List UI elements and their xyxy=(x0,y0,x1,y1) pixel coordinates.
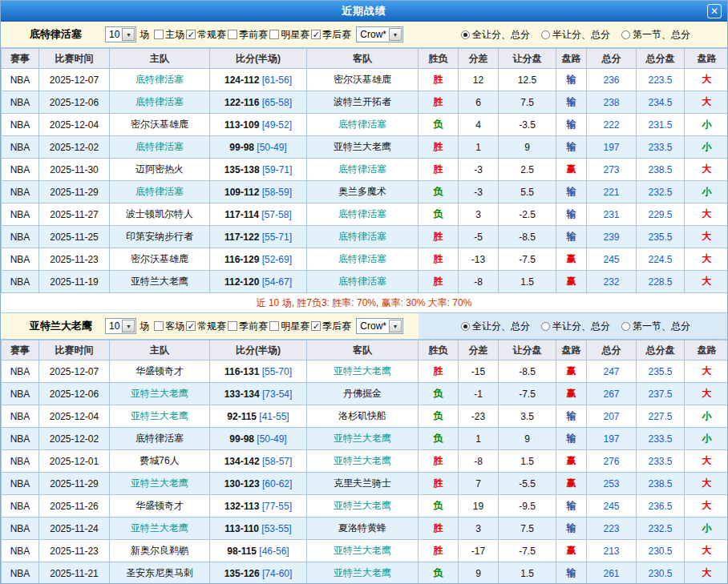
radio-full-handicap-total[interactable]: 全让分、总分 xyxy=(461,28,530,42)
checkbox-away-games[interactable]: 客场 xyxy=(154,320,184,333)
home-team-cell: 费城76人 xyxy=(110,450,210,473)
away-team-cell: 亚特兰大老鹰 xyxy=(307,495,419,518)
away-team-cell: 亚特兰大老鹰 xyxy=(307,562,419,584)
total-points-cell: 236 xyxy=(587,69,637,91)
league-cell: NBA xyxy=(2,540,39,562)
away-team-cell: 底特律活塞 xyxy=(307,271,419,293)
checkbox-box[interactable]: ✓ xyxy=(186,30,196,39)
checkbox-box[interactable] xyxy=(269,321,279,331)
bookmaker-select[interactable]: Crow* ▼ xyxy=(356,26,403,42)
away-team-cell: 亚特兰大老鹰 xyxy=(307,450,419,473)
radio-half-handicap-total[interactable]: 半让分、总分 xyxy=(541,28,610,42)
away-team-cell: 底特律活塞 xyxy=(307,159,419,181)
total-result-cell: 小 xyxy=(685,428,728,450)
win-loss-cell: 胜 xyxy=(419,518,459,540)
radio-label: 半让分、总分 xyxy=(552,320,610,333)
radio-circle[interactable] xyxy=(621,322,630,331)
point-diff-cell: -1 xyxy=(459,383,499,405)
date-cell: 2025-12-04 xyxy=(39,114,110,136)
checkbox-box[interactable] xyxy=(228,30,237,39)
checkbox-box[interactable] xyxy=(154,321,164,331)
hawks-recent-results-section: 亚特兰大老鹰 10 ▼ 场 客场✓常规赛季前赛明星赛✓季后赛 Crow* ▼ 全… xyxy=(1,313,727,584)
date-cell: 2025-11-19 xyxy=(39,271,110,293)
checkbox-playoffs[interactable]: ✓季后赛 xyxy=(311,320,351,333)
total-result-cell: 小 xyxy=(685,114,728,136)
radio-first-quarter-total[interactable]: 第一节、总分 xyxy=(621,320,690,333)
games-count-select[interactable]: 10 ▼ xyxy=(105,26,136,42)
checkbox-box[interactable]: ✓ xyxy=(311,30,321,39)
games-count-value: 10 xyxy=(109,29,119,40)
handicap-line-cell: 12.5 xyxy=(499,69,556,91)
handicap-line-cell: 5.5 xyxy=(499,181,556,203)
checkbox-preseason[interactable]: 季前赛 xyxy=(228,320,268,333)
radio-full-handicap-total[interactable]: 全让分、总分 xyxy=(461,320,530,333)
point-diff-cell: 9 xyxy=(459,562,499,584)
checkbox-allstar[interactable]: 明星赛 xyxy=(269,28,309,42)
radio-circle[interactable] xyxy=(541,30,550,39)
team-name: 底特律活塞 xyxy=(30,27,105,42)
score-cell: 134-142 [58-57] xyxy=(210,450,307,473)
column-header: 盘路 xyxy=(685,340,728,360)
total-result-cell: 大 xyxy=(685,248,728,271)
league-cell: NBA xyxy=(2,428,39,450)
games-count-select[interactable]: 10 ▼ xyxy=(105,318,136,334)
total-points-cell: 197 xyxy=(587,428,637,450)
bookmaker-select[interactable]: Crow* ▼ xyxy=(356,318,403,334)
checkbox-regular-season[interactable]: ✓常规赛 xyxy=(186,320,226,333)
total-line-cell: 223.5 xyxy=(637,69,685,91)
game-row: NBA2025-12-04亚特兰大老鹰92-115 [41-55]洛杉矶快船负-… xyxy=(2,405,728,428)
total-points-cell: 245 xyxy=(587,248,637,271)
radio-circle[interactable] xyxy=(461,322,470,331)
date-cell: 2025-12-01 xyxy=(39,450,110,473)
checkbox-box[interactable]: ✓ xyxy=(186,321,196,331)
point-diff-cell: -5 xyxy=(459,226,499,248)
handicap-result-cell: 输 xyxy=(556,69,587,91)
final-score: 124-112 xyxy=(224,75,259,86)
checkbox-regular-season[interactable]: ✓常规赛 xyxy=(186,28,226,42)
total-line-cell: 235.5 xyxy=(637,360,685,383)
radio-first-quarter-total[interactable]: 第一节、总分 xyxy=(621,28,690,42)
half-time-score: [58-57] xyxy=(260,456,293,467)
checkbox-box[interactable] xyxy=(269,30,279,39)
checkbox-playoffs[interactable]: ✓季后赛 xyxy=(311,28,351,42)
checkbox-allstar[interactable]: 明星赛 xyxy=(269,320,309,333)
checkbox-box[interactable] xyxy=(154,30,164,39)
handicap-result-cell: 输 xyxy=(556,518,587,540)
final-score: 98-115 xyxy=(227,546,257,557)
radio-circle[interactable] xyxy=(541,322,550,331)
radio-label: 全让分、总分 xyxy=(472,28,530,42)
date-cell: 2025-11-24 xyxy=(39,518,110,540)
handicap-result-cell: 输 xyxy=(556,203,587,226)
radio-circle[interactable] xyxy=(461,30,470,39)
checkbox-preseason[interactable]: 季前赛 xyxy=(228,28,268,42)
date-cell: 2025-11-25 xyxy=(39,226,110,248)
total-points-cell: 222 xyxy=(587,114,637,136)
handicap-line-cell: -5.5 xyxy=(499,473,556,495)
point-diff-cell: 3 xyxy=(459,203,499,226)
column-header: 分差 xyxy=(459,49,499,69)
point-diff-cell: 6 xyxy=(459,91,499,114)
close-icon[interactable]: ✕ xyxy=(707,4,722,18)
checkbox-box[interactable]: ✓ xyxy=(311,321,321,331)
total-line-cell: 230.5 xyxy=(637,562,685,584)
results-table: 赛事比赛时间主队比分(半场)客队胜负分差让分盘盘路总分总分盘盘路 NBA2025… xyxy=(1,48,728,293)
total-points-cell: 197 xyxy=(587,136,637,159)
radio-half-handicap-total[interactable]: 半让分、总分 xyxy=(541,320,610,333)
league-cell: NBA xyxy=(2,114,39,136)
filter-bar: 底特律活塞 10 ▼ 场 主场✓常规赛季前赛明星赛✓季后赛 Crow* ▼ 全让… xyxy=(1,22,727,48)
bookmaker-value: Crow* xyxy=(360,29,386,40)
checkbox-box[interactable] xyxy=(228,321,237,331)
away-team-cell: 亚特兰大老鹰 xyxy=(307,136,419,159)
total-points-cell: 223 xyxy=(587,518,637,540)
total-line-cell: 228.5 xyxy=(637,271,685,293)
checkbox-home-games[interactable]: 主场 xyxy=(154,28,184,42)
total-result-cell: 大 xyxy=(685,203,728,226)
total-points-cell: 276 xyxy=(587,450,637,473)
handicap-line-cell: 7.5 xyxy=(499,518,556,540)
date-cell: 2025-11-23 xyxy=(39,540,110,562)
handicap-line-cell: -8.5 xyxy=(499,360,556,383)
radio-circle[interactable] xyxy=(621,30,630,39)
away-team-cell: 亚特兰大老鹰 xyxy=(307,428,419,450)
score-cell: 113-110 [53-55] xyxy=(210,518,307,540)
home-team-cell: 底特律活塞 xyxy=(110,136,210,159)
